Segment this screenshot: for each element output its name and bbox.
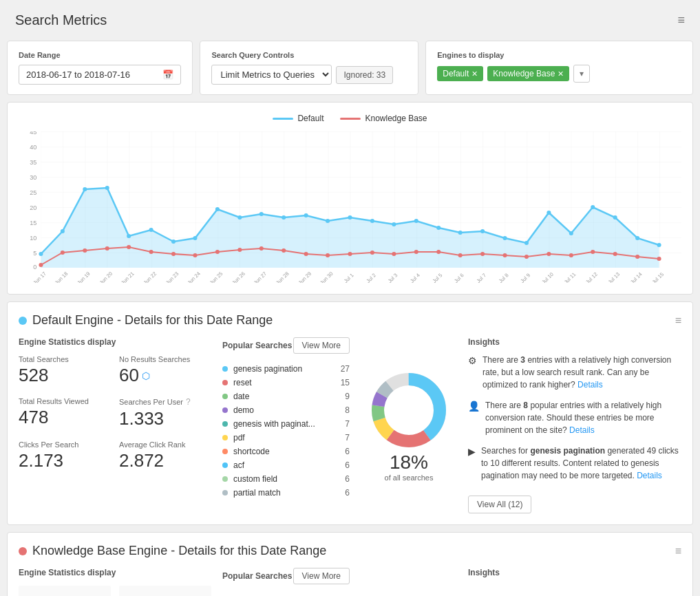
insight-link-3[interactable]: Details: [637, 471, 662, 480]
no-results-link[interactable]: ⬡: [142, 370, 150, 381]
svg-point-65: [569, 253, 573, 257]
insight-item: ▶ Searches for genesis pagination genera…: [468, 445, 681, 482]
list-item: genesis with paginat... 7: [222, 417, 350, 431]
engine-tag-default[interactable]: Default ✕: [437, 66, 483, 81]
kb-view-more-button[interactable]: View More: [293, 568, 350, 584]
svg-point-56: [370, 251, 374, 255]
search-name: date: [233, 392, 339, 401]
legend-kb-label: Knowledge Base: [365, 114, 427, 123]
stats-title: Engine Statistics display: [19, 337, 211, 347]
date-range-value: 2018-06-17 to 2018-07-16: [26, 70, 130, 80]
engine-tag-kb-remove[interactable]: ✕: [558, 70, 564, 78]
default-engine-body: Engine Statistics display Total Searches…: [19, 337, 681, 513]
svg-text:Jul 13: Jul 13: [607, 271, 622, 283]
svg-point-46: [149, 250, 153, 254]
date-range-input[interactable]: 2018-06-17 to 2018-07-16 📅: [19, 65, 181, 85]
chart-svg: 45 40 35 30 25 20 15 10 5 0: [19, 131, 681, 283]
kb-stats-col: Engine Statistics display: [19, 568, 211, 596]
insights-col: Insights ⚙ There are 3 entries with a re…: [468, 337, 681, 513]
stat-no-results-value: 60 ⬡: [119, 365, 211, 386]
query-controls-dropdown[interactable]: Limit Metrics to Queries: [211, 65, 332, 85]
stat-total-searches-label: Total Searches: [19, 355, 111, 363]
list-item: partial match 6: [222, 486, 350, 500]
kb-engine-title: Knowledge Base Engine - Details for this…: [19, 544, 326, 558]
search-dot: [222, 462, 228, 468]
svg-text:Jun 28: Jun 28: [275, 270, 290, 283]
search-name: genesis pagination: [233, 364, 335, 374]
kb-stat-placeholder: [19, 586, 111, 596]
svg-point-19: [193, 236, 197, 240]
svg-point-45: [127, 245, 131, 249]
svg-point-32: [480, 229, 485, 233]
search-name: demo: [233, 405, 339, 415]
svg-point-30: [436, 226, 441, 230]
engine-tag-kb[interactable]: Knowledge Base ✕: [487, 66, 569, 81]
svg-text:0: 0: [33, 264, 36, 270]
calendar-icon: 📅: [162, 70, 173, 80]
insight-link-1[interactable]: Details: [577, 380, 603, 390]
stat-total-viewed: Total Results Viewed 478: [19, 397, 111, 429]
search-name: custom field: [233, 474, 339, 484]
svg-text:Jul 3: Jul 3: [387, 272, 399, 283]
stat-total-viewed-label: Total Results Viewed: [19, 397, 111, 405]
search-dot: [222, 449, 228, 454]
list-item: demo 8: [222, 403, 350, 417]
stat-clicks-per-search-label: Clicks Per Search: [19, 440, 111, 449]
svg-text:10: 10: [30, 235, 36, 242]
svg-text:Jul 12: Jul 12: [584, 271, 599, 283]
kb-engine-menu-icon[interactable]: ≡: [675, 545, 681, 557]
svg-point-34: [524, 241, 529, 245]
engines-card: Engines to display Default ✕ Knowledge B…: [425, 41, 693, 95]
view-more-button[interactable]: View More: [293, 337, 350, 354]
svg-point-14: [83, 187, 87, 191]
svg-point-22: [259, 212, 264, 216]
stat-no-results: No Results Searches 60 ⬡: [119, 355, 211, 386]
svg-point-53: [304, 252, 308, 256]
insight-link-2[interactable]: Details: [569, 425, 595, 435]
default-dot: [19, 317, 27, 325]
svg-text:Jul 7: Jul 7: [475, 272, 487, 283]
header-menu-icon[interactable]: ≡: [677, 13, 685, 28]
svg-text:Jul 10: Jul 10: [540, 271, 555, 283]
legend-default: Default: [273, 114, 324, 123]
svg-text:Jun 24: Jun 24: [186, 270, 202, 283]
svg-point-50: [237, 248, 242, 252]
stat-no-results-label: No Results Searches: [119, 355, 211, 363]
legend-kb: Knowledge Base: [340, 114, 427, 123]
svg-point-39: [635, 236, 639, 240]
query-controls-card: Search Query Controls Limit Metrics to Q…: [200, 41, 418, 95]
svg-point-29: [414, 219, 418, 223]
view-all-button[interactable]: View All (12): [468, 496, 531, 513]
svg-text:Jun 29: Jun 29: [297, 270, 313, 283]
svg-text:25: 25: [30, 189, 36, 196]
svg-text:Jul 5: Jul 5: [432, 272, 444, 283]
donut-label: of all searches: [385, 473, 434, 482]
svg-point-69: [657, 257, 661, 261]
page-title: Search Metrics: [15, 12, 107, 28]
ignored-badge: Ignored: 33: [336, 66, 393, 84]
svg-text:Jun 23: Jun 23: [165, 270, 180, 283]
insight-item: ⚙ There are 3 entries with a relatively …: [468, 354, 681, 391]
list-item: date 9: [222, 390, 350, 403]
svg-point-18: [171, 240, 176, 244]
svg-text:45: 45: [30, 131, 36, 136]
search-dot: [222, 407, 228, 413]
svg-point-64: [547, 252, 551, 256]
engine-tag-default-label: Default: [443, 69, 469, 78]
stat-searches-per-user-label: Searches Per User ?: [119, 397, 211, 407]
svg-point-63: [524, 255, 529, 259]
engine-dropdown[interactable]: ▾: [573, 65, 590, 83]
svg-point-27: [370, 219, 374, 223]
svg-point-17: [149, 228, 153, 232]
kb-insights-title: Insights: [468, 568, 681, 577]
svg-text:Jun 17: Jun 17: [32, 270, 47, 283]
svg-text:Jul 14: Jul 14: [629, 271, 644, 283]
svg-point-58: [414, 250, 418, 254]
svg-point-61: [480, 252, 485, 256]
svg-point-68: [635, 255, 639, 259]
search-name: pdf: [233, 433, 339, 443]
default-engine-menu-icon[interactable]: ≡: [675, 315, 681, 327]
engine-tag-default-remove[interactable]: ✕: [471, 70, 478, 78]
list-item: acf 6: [222, 458, 350, 472]
help-icon[interactable]: ?: [186, 397, 191, 407]
